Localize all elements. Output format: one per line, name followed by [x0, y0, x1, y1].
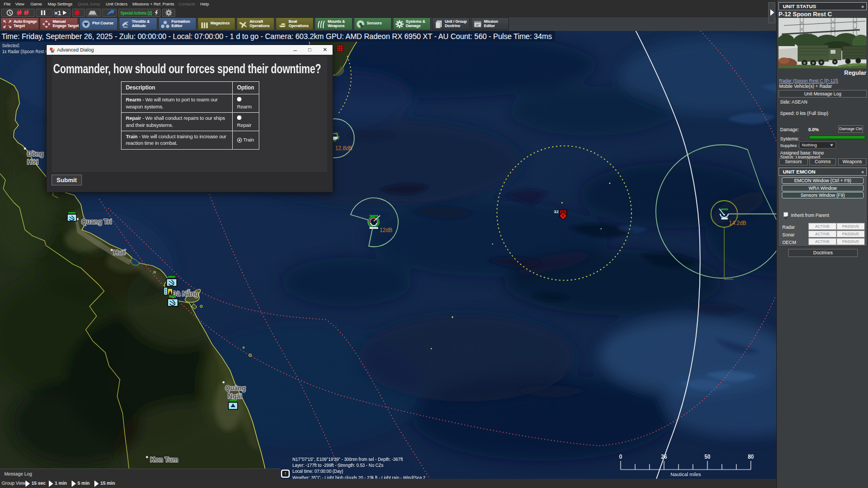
svg-text:Đà Nẵng: Đà Nẵng: [172, 290, 199, 298]
svg-text:Quang Tri: Quang Tri: [81, 218, 112, 226]
svg-text:Hới: Hới: [27, 158, 39, 166]
svg-text:Nautical miles: Nautical miles: [671, 472, 701, 477]
svg-text:80: 80: [748, 454, 754, 460]
svg-text:50: 50: [704, 454, 711, 460]
svg-text:32: 32: [554, 209, 559, 214]
svg-text:Quảng: Quảng: [225, 384, 246, 392]
svg-text:26: 26: [661, 454, 667, 460]
svg-text:Đồng: Đồng: [27, 150, 44, 158]
svg-text:0: 0: [619, 454, 622, 460]
svg-text:Kon Tum: Kon Tum: [150, 456, 178, 464]
svg-text:×1: ×1: [54, 10, 61, 16]
svg-text:Ngãi: Ngãi: [228, 393, 242, 400]
svg-text:12dB: 12dB: [380, 227, 393, 233]
svg-text:12.8dB: 12.8dB: [335, 145, 353, 151]
svg-text:Huế: Huế: [113, 249, 126, 256]
svg-text:14.2dB: 14.2dB: [729, 220, 746, 226]
svg-text:Special Actions (2): Special Actions (2): [120, 10, 152, 16]
